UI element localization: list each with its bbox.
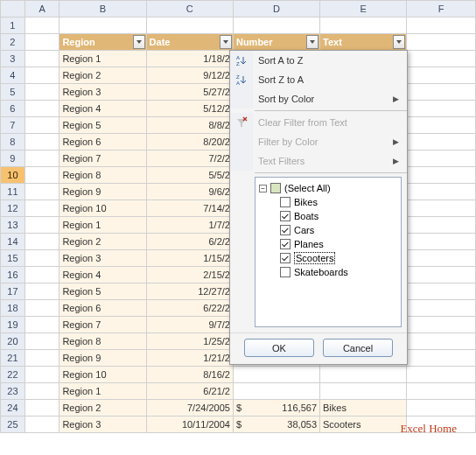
table-header-date[interactable]: Date xyxy=(146,34,233,51)
cell[interactable] xyxy=(407,117,476,134)
row-header[interactable]: 3 xyxy=(1,51,25,67)
ok-button[interactable]: OK xyxy=(244,339,314,357)
cell[interactable] xyxy=(24,200,60,217)
column-header-B[interactable]: B xyxy=(60,1,146,18)
collapse-icon[interactable]: − xyxy=(259,185,267,192)
cell-region[interactable]: Region 6 xyxy=(60,300,146,317)
cell[interactable] xyxy=(407,167,476,184)
cell-date[interactable]: 9/7/2 xyxy=(146,317,233,333)
cell-region[interactable]: Region 7 xyxy=(60,317,146,333)
cell[interactable] xyxy=(320,18,407,34)
cell-region[interactable]: Region 9 xyxy=(60,184,146,200)
cell-date[interactable]: 2/15/2 xyxy=(146,267,233,284)
checkbox[interactable] xyxy=(280,239,290,249)
cell-date[interactable]: 7/2/2 xyxy=(146,150,233,167)
row-header[interactable]: 19 xyxy=(1,317,25,333)
cell[interactable] xyxy=(24,317,60,333)
cell[interactable] xyxy=(24,367,60,383)
cell-text[interactable]: Bikes xyxy=(320,400,407,416)
row-header[interactable]: 15 xyxy=(1,250,25,267)
cell-region[interactable]: Region 7 xyxy=(60,150,146,167)
cell[interactable] xyxy=(407,300,476,317)
select-all-cell[interactable] xyxy=(1,1,25,18)
cell-region[interactable]: Region 3 xyxy=(60,250,146,267)
cell[interactable] xyxy=(24,67,60,84)
cell-date[interactable]: 6/2/2 xyxy=(146,234,233,250)
cell[interactable] xyxy=(24,383,60,400)
row-header[interactable]: 1 xyxy=(1,18,25,34)
cell[interactable] xyxy=(24,333,60,350)
cell-region[interactable]: Region 5 xyxy=(60,117,146,134)
cell-date[interactable]: 5/12/2 xyxy=(146,101,233,117)
filter-dropdown-button[interactable] xyxy=(393,35,405,49)
row-header[interactable]: 6 xyxy=(1,101,25,117)
cell[interactable] xyxy=(24,51,60,67)
cell-date[interactable]: 6/22/2 xyxy=(146,300,233,317)
cell[interactable] xyxy=(407,284,476,300)
cell[interactable] xyxy=(407,84,476,101)
cell[interactable] xyxy=(407,184,476,200)
cell-region[interactable]: Region 3 xyxy=(60,84,146,101)
cell-region[interactable]: Region 5 xyxy=(60,284,146,300)
cell[interactable] xyxy=(407,383,476,400)
checkbox[interactable] xyxy=(280,267,290,277)
cell-number[interactable]: $116,567 xyxy=(233,400,319,416)
cell-date[interactable]: 1/7/2 xyxy=(146,217,233,234)
cell-region[interactable]: Region 1 xyxy=(60,51,146,67)
filter-dropdown-button[interactable] xyxy=(306,35,318,49)
table-header-region[interactable]: Region xyxy=(60,34,146,51)
cell[interactable] xyxy=(146,18,233,34)
row-header[interactable]: 7 xyxy=(1,117,25,134)
cell-date[interactable]: 9/6/2 xyxy=(146,184,233,200)
cell-region[interactable]: Region 9 xyxy=(60,350,146,367)
cell[interactable] xyxy=(407,333,476,350)
cell[interactable] xyxy=(407,51,476,67)
cell-date[interactable]: 10/11/2004 xyxy=(146,416,233,433)
cell-region[interactable]: Region 10 xyxy=(60,367,146,383)
row-header[interactable]: 4 xyxy=(1,67,25,84)
checkbox-mixed[interactable] xyxy=(270,183,281,193)
cell[interactable] xyxy=(24,150,60,167)
cell[interactable] xyxy=(24,234,60,250)
cell[interactable] xyxy=(407,200,476,217)
cell-region[interactable]: Region 2 xyxy=(60,234,146,250)
column-header-C[interactable]: C xyxy=(146,1,233,18)
cell[interactable] xyxy=(407,217,476,234)
cell[interactable] xyxy=(60,18,146,34)
select-all-row[interactable]: − (Select All) xyxy=(257,181,399,195)
cell[interactable] xyxy=(407,250,476,267)
row-header[interactable]: 14 xyxy=(1,234,25,250)
cell[interactable] xyxy=(407,67,476,84)
cell[interactable] xyxy=(24,167,60,184)
filter-item[interactable]: Bikes xyxy=(257,195,399,209)
cell-region[interactable]: Region 1 xyxy=(60,383,146,400)
table-header-text[interactable]: Text xyxy=(320,34,407,51)
cell-text[interactable]: Scooters xyxy=(320,416,407,433)
cell[interactable] xyxy=(407,267,476,284)
cell[interactable] xyxy=(407,18,476,34)
cell-region[interactable]: Region 6 xyxy=(60,134,146,150)
cell[interactable] xyxy=(24,400,60,416)
cell-date[interactable]: 8/20/2 xyxy=(146,134,233,150)
cell[interactable] xyxy=(233,367,319,383)
cell-region[interactable]: Region 1 xyxy=(60,217,146,234)
filter-item[interactable]: Cars xyxy=(257,223,399,237)
cell-date[interactable]: 8/16/2 xyxy=(146,367,233,383)
cell-date[interactable]: 6/21/2 xyxy=(146,383,233,400)
cell[interactable] xyxy=(407,150,476,167)
filter-item[interactable]: Planes xyxy=(257,237,399,251)
cell[interactable] xyxy=(407,400,476,416)
row-header[interactable]: 25 xyxy=(1,416,25,433)
cell[interactable] xyxy=(24,284,60,300)
menu-sort-by-color[interactable]: Sort by Color ▶ xyxy=(230,89,407,108)
cell[interactable] xyxy=(407,34,476,51)
checkbox[interactable] xyxy=(280,211,290,221)
row-header[interactable]: 20 xyxy=(1,333,25,350)
cell-region[interactable]: Region 2 xyxy=(60,400,146,416)
cell-date[interactable]: 7/14/2 xyxy=(146,200,233,217)
cell-region[interactable]: Region 10 xyxy=(60,200,146,217)
table-header-number[interactable]: Number xyxy=(233,34,319,51)
cell-date[interactable]: 1/15/2 xyxy=(146,250,233,267)
row-header[interactable]: 5 xyxy=(1,84,25,101)
checkbox[interactable] xyxy=(280,225,290,235)
